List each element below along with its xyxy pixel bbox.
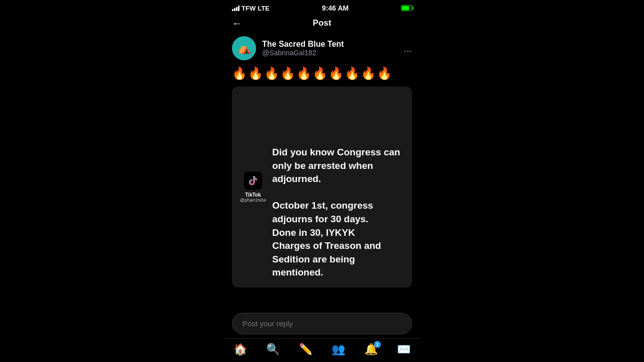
signal-bars — [232, 5, 239, 11]
post-text: Did you know Congress can only be arrest… — [272, 147, 400, 278]
carrier-label: TFW — [242, 5, 256, 12]
nav-search[interactable]: 🔍 — [266, 343, 280, 356]
header: ← Post — [224, 14, 420, 32]
back-button[interactable]: ← — [232, 18, 242, 29]
phone-container: TFW LTE 9:46 AM ← Post ⛺ The Sacred Blue… — [224, 0, 420, 362]
bottom-nav: 🏠 🔍 ✏️ 👥 🔔 1 ✉️ — [224, 338, 420, 362]
nav-notifications[interactable]: 🔔 1 — [364, 343, 378, 356]
tiktok-logo — [244, 172, 262, 190]
more-options-button[interactable]: ... — [404, 43, 412, 54]
avatar[interactable]: ⛺ — [232, 36, 256, 60]
tiktok-watermark: TikTok @pharr2nice — [240, 172, 266, 203]
network-label: LTE — [258, 5, 270, 12]
tiktok-embed-card[interactable]: TikTok @pharr2nice Did you know Congress… — [232, 86, 412, 288]
fire-emojis: 🔥🔥🔥🔥🔥🔥🔥🔥🔥🔥 — [232, 66, 412, 80]
author-handle[interactable]: @SabrinaGal182 — [262, 49, 344, 57]
notifications-badge: 1 — [374, 341, 381, 348]
search-icon: 🔍 — [266, 343, 280, 356]
post-content: Did you know Congress can only be arrest… — [232, 138, 412, 288]
tiktok-user-handle: @pharr2nice — [240, 198, 266, 203]
tiktok-app-name: TikTok — [245, 192, 261, 198]
nav-home[interactable]: 🏠 — [233, 343, 247, 356]
home-icon: 🏠 — [233, 343, 247, 356]
compose-icon: ✏️ — [299, 343, 312, 356]
author-info: ⛺ The Sacred Blue Tent @SabrinaGal182 — [232, 36, 344, 60]
nav-compose[interactable]: ✏️ — [299, 343, 312, 356]
messages-icon: ✉️ — [397, 343, 411, 356]
reply-input[interactable] — [232, 313, 412, 334]
reply-container — [224, 309, 420, 338]
author-name[interactable]: The Sacred Blue Tent — [262, 40, 344, 49]
status-right — [401, 5, 412, 11]
battery-icon — [401, 5, 412, 11]
communities-icon: 👥 — [332, 343, 345, 356]
status-time: 9:46 AM — [322, 4, 349, 12]
status-bar: TFW LTE 9:46 AM — [224, 0, 420, 14]
battery-fill — [402, 6, 409, 10]
author-text: The Sacred Blue Tent @SabrinaGal182 — [262, 40, 344, 57]
nav-communities[interactable]: 👥 — [332, 343, 345, 356]
page-title: Post — [313, 18, 332, 28]
avatar-icon: ⛺ — [237, 42, 251, 55]
status-left: TFW LTE — [232, 5, 270, 12]
content-area: ⛺ The Sacred Blue Tent @SabrinaGal182 ..… — [224, 32, 420, 309]
author-row: ⛺ The Sacred Blue Tent @SabrinaGal182 ..… — [232, 36, 412, 60]
nav-messages[interactable]: ✉️ — [397, 343, 411, 356]
